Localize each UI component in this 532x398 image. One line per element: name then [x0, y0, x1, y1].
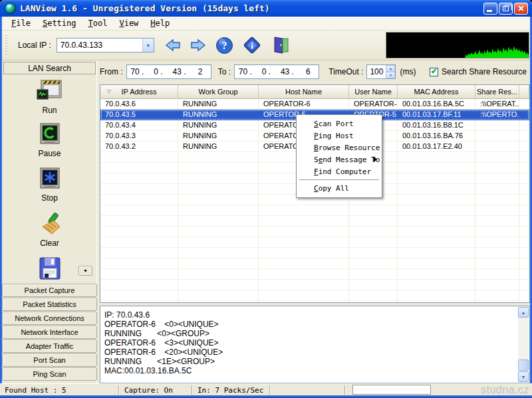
info-line: RUNNING <0><GROUP> — [104, 329, 515, 338]
table-cell: 00.01.03.16.BA.76 — [398, 131, 475, 142]
nav-button-adapter-traffic[interactable]: Adapter Traffic — [2, 340, 97, 353]
column-header-user-name[interactable]: User Name — [349, 85, 398, 99]
menu-file[interactable]: File — [6, 17, 36, 29]
to-ip-octet-3[interactable]: 43 — [281, 67, 294, 76]
menu-item-ping-host[interactable]: Ping Host — [297, 130, 382, 142]
table-cell — [349, 237, 398, 248]
scroll-thumb[interactable] — [518, 359, 529, 371]
table-cell — [178, 237, 259, 248]
pause-button[interactable]: Pause — [2, 122, 97, 158]
exit-button[interactable] — [271, 35, 291, 55]
to-ip-input[interactable]: 70 0 43 6 — [234, 64, 319, 79]
timeout-spin-up-icon[interactable]: ▲ — [386, 65, 395, 72]
search-share-checkbox[interactable] — [430, 68, 438, 76]
table-cell: OPERATOR-6 — [259, 99, 349, 110]
table-cell — [100, 205, 178, 216]
table-cell — [178, 290, 259, 301]
timeout-spin-down-icon[interactable]: ▼ — [386, 72, 395, 78]
title-bar[interactable]: LANView 1.6 - Unregistered Version (15da… — [0, 0, 532, 17]
stop-button[interactable]: Stop — [2, 167, 97, 203]
table-cell — [349, 227, 398, 237]
menu-item-copy-all[interactable]: Copy All — [297, 182, 382, 194]
table-cell: 00.01.03.17.E2.40 — [398, 142, 475, 152]
to-ip-octet-2[interactable]: 0 — [259, 67, 273, 76]
save-options-dropdown[interactable] — [78, 266, 92, 276]
scroll-up-icon[interactable]: ▲ — [518, 307, 529, 318]
pause-label: Pause — [2, 149, 97, 158]
table-cell: RUNNING — [178, 99, 259, 110]
timeout-input[interactable]: 100 ▲ ▼ — [366, 64, 396, 79]
minimize-button[interactable] — [483, 3, 497, 15]
menu-help[interactable]: Help — [145, 17, 175, 29]
table-cell — [100, 237, 178, 248]
pause-monitor-icon — [37, 122, 63, 148]
restore-button[interactable] — [499, 3, 513, 15]
sort-descending-icon: ▽ — [107, 88, 111, 94]
nav-button-ping-scan[interactable]: Ping Scan — [2, 367, 97, 381]
nav-button-packet-statistics[interactable]: Packet Statistics — [2, 298, 97, 311]
menu-item-send-message-to[interactable]: Send Message To — [297, 153, 382, 165]
table-cell — [349, 205, 398, 216]
table-cell — [259, 237, 349, 248]
scroll-down-icon[interactable]: ▼ — [518, 371, 529, 382]
forward-button[interactable] — [190, 39, 206, 52]
table-cell — [349, 248, 398, 258]
help-button[interactable]: ? — [215, 37, 233, 54]
back-button[interactable] — [165, 39, 181, 52]
column-header-ip-address[interactable]: ▽ IP Address — [100, 85, 178, 99]
from-ip-octet-1[interactable]: 70 — [130, 67, 144, 76]
status-capture: Capture: On — [120, 384, 190, 396]
exit-door-icon — [271, 35, 291, 55]
clear-broom-icon — [36, 212, 64, 237]
from-ip-input[interactable]: 70 0 43 2 — [126, 64, 211, 79]
menu-tool[interactable]: Tool — [83, 17, 113, 29]
status-bar: Found Host : 5 Capture: On In: 7 Packs/S… — [0, 383, 532, 395]
combo-dropdown-icon[interactable] — [142, 39, 154, 52]
run-button[interactable]: Run — [2, 79, 97, 115]
from-ip-octet-4[interactable]: 2 — [194, 67, 207, 76]
info-scrollbar[interactable]: ▲ ▼ — [518, 307, 529, 382]
table-cell — [349, 258, 398, 269]
sidebar-header-lan-search[interactable]: LAN Search — [3, 62, 96, 74]
menu-setting[interactable]: Setting — [37, 17, 82, 29]
menu-item-browse-resource[interactable]: Browse Resource — [297, 142, 382, 153]
to-ip-octet-4[interactable]: 6 — [301, 67, 315, 76]
status-divider — [269, 385, 271, 395]
close-button[interactable]: ✕ — [514, 3, 528, 15]
nav-button-network-interface[interactable]: Network Interface — [2, 326, 97, 339]
from-ip-octet-3[interactable]: 43 — [172, 67, 186, 76]
table-cell: 70.0.43.6 — [100, 99, 178, 110]
status-in-rate: In: 7 Packs/Sec — [193, 384, 268, 396]
column-header-work-group[interactable]: Work Group — [178, 85, 259, 99]
table-cell — [259, 227, 349, 237]
nav-button-network-connections[interactable]: Network Connections — [2, 312, 97, 325]
menu-item-scan-port[interactable]: Scan Port — [297, 118, 382, 130]
toolbar-grip[interactable] — [5, 35, 7, 56]
table-empty-row — [100, 290, 529, 301]
nav-button-packet-capture[interactable]: Packet Capture — [2, 284, 97, 297]
to-ip-octet-1[interactable]: 70 — [239, 67, 252, 76]
column-header-share-res[interactable]: Share Res... — [475, 85, 519, 99]
table-cell — [100, 173, 178, 184]
table-cell — [100, 280, 178, 290]
table-row[interactable]: 70.0.43.6RUNNINGOPERATOR-6OPERATOR-600.0… — [100, 99, 529, 110]
table-cell — [475, 280, 519, 290]
nav-button-port-scan[interactable]: Port Scan — [2, 353, 97, 367]
table-cell: RUNNING — [178, 120, 259, 131]
table-cell — [178, 258, 259, 269]
clear-button[interactable]: Clear — [2, 212, 97, 248]
column-header-mac-address[interactable]: MAC Address — [398, 85, 475, 99]
from-label: From : — [100, 67, 123, 76]
column-header-host-name[interactable]: Host Name — [259, 85, 349, 99]
table-cell — [475, 248, 519, 258]
table-cell — [398, 280, 475, 290]
menu-item-find-computer[interactable]: Find Computer — [297, 165, 382, 177]
menu-view[interactable]: View — [114, 17, 144, 29]
from-ip-octet-2[interactable]: 0 — [152, 67, 165, 76]
table-cell — [259, 258, 349, 269]
stop-label: Stop — [2, 193, 97, 203]
timeout-value[interactable]: 100 — [367, 67, 386, 76]
info-button[interactable]: i — [243, 36, 261, 54]
local-ip-combobox[interactable]: 70.0.43.133 — [57, 38, 154, 52]
table-cell: 00.01.03.16.B8.1C — [398, 120, 475, 131]
